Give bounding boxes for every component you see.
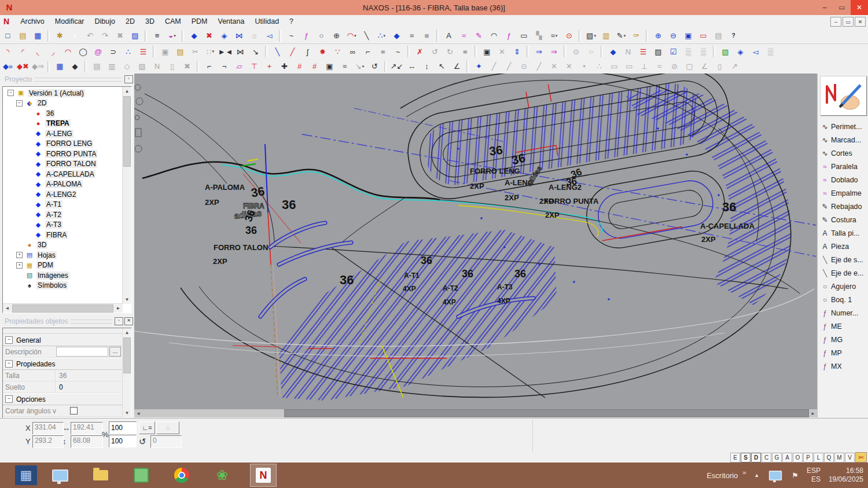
scrollbar-thumb[interactable] xyxy=(12,304,113,313)
tree-expander-icon[interactable]: − xyxy=(8,90,14,96)
snap-node-icon[interactable]: ╱ xyxy=(532,60,546,73)
fill-region-icon[interactable]: ■ xyxy=(420,30,434,42)
dropdown-arrow-icon[interactable]: ▾ xyxy=(624,34,626,38)
arc-line-icon[interactable]: ◠ xyxy=(61,45,75,58)
computer-icon[interactable] xyxy=(47,464,73,486)
arrow-menu-icon[interactable]: ↘▾ xyxy=(352,60,367,73)
layer-letter-l[interactable]: L xyxy=(814,453,823,463)
snap-point-icon[interactable]: • xyxy=(577,60,591,73)
tree-horizontal-scrollbar[interactable]: ◄ ► xyxy=(3,303,123,313)
arc-end-icon[interactable]: ◝ xyxy=(1,45,15,58)
tree-node-im-genes[interactable]: ▧Imágenes xyxy=(4,270,122,281)
tree-vertical-scrollbar[interactable]: ▲ ▼ xyxy=(122,87,131,304)
show-hidden-icons-button[interactable]: ▲ xyxy=(754,472,759,478)
line-tool-icon[interactable]: ╲ xyxy=(359,30,374,42)
scrollbar-thumb[interactable] xyxy=(123,337,131,373)
snap-mid-icon[interactable]: ╱ xyxy=(502,60,516,73)
snap-cross-icon[interactable]: ✕ xyxy=(547,60,561,73)
redo-curve-icon[interactable]: ↻ xyxy=(443,45,457,58)
menu-item-pdm[interactable]: PDM xyxy=(186,16,213,27)
dropdown-arrow-icon[interactable]: ▾ xyxy=(594,34,596,38)
tool-paralela[interactable]: ≈Paralela xyxy=(818,160,868,173)
zoom-page-icon[interactable]: ▣ xyxy=(681,30,696,42)
piece-create-icon[interactable]: ◆ xyxy=(389,30,404,42)
open-folder-icon[interactable]: ▤ xyxy=(16,30,30,42)
scroll-up-icon[interactable]: ▲ xyxy=(123,87,131,96)
layer-letter-c[interactable]: C xyxy=(762,453,771,463)
scroll-right-icon[interactable]: ► xyxy=(809,409,817,417)
descripcion-input[interactable] xyxy=(56,347,108,357)
axis-blue-icon[interactable]: ╲ xyxy=(270,45,285,58)
grading-plus-icon[interactable]: ☰ xyxy=(636,45,650,58)
layer-letter-v[interactable]: V xyxy=(845,453,855,463)
notch-double2-icon[interactable]: # xyxy=(307,60,322,73)
tool-mx[interactable]: ƒMX xyxy=(818,359,868,373)
node-drop-icon[interactable]: ◆ xyxy=(68,60,82,73)
wave-nodes-icon[interactable]: ≈ xyxy=(458,45,472,58)
tool-eje-de-s[interactable]: ╲Eje de s... xyxy=(818,253,868,266)
scale-x-input[interactable] xyxy=(109,421,137,434)
nodes-move-icon[interactable]: ∵ xyxy=(330,45,345,58)
layers-icon[interactable]: ≡ xyxy=(150,30,164,42)
undo-icon[interactable]: ↶ xyxy=(83,30,97,42)
tree-node-pdm[interactable]: +▦PDM xyxy=(4,260,122,271)
canvas-horizontal-scrollbar[interactable]: ◄ ► xyxy=(134,409,817,417)
tree-node-forro-punta[interactable]: ◆FORRO PUNTA xyxy=(4,149,122,159)
piece-edit-icon[interactable]: ◈ xyxy=(217,30,231,42)
wave-smooth-icon[interactable]: ≈ xyxy=(376,45,390,58)
hand-pen-icon[interactable]: ✑ xyxy=(629,30,643,42)
calculator-icon[interactable]: ▦ xyxy=(53,60,67,73)
naxos-pen-logo-button[interactable] xyxy=(821,76,867,116)
trim-line-icon[interactable]: ↘ xyxy=(248,45,263,58)
browse-button[interactable]: ... xyxy=(109,347,121,357)
section-opciones[interactable]: − Opciones xyxy=(3,393,131,405)
cut-icon[interactable]: ✂ xyxy=(188,45,203,58)
arc-start-icon[interactable]: ◜ xyxy=(16,45,30,58)
copy-icon[interactable]: ▣ xyxy=(158,45,172,58)
snap-jump-icon[interactable]: ↗ xyxy=(727,60,742,73)
print-icon[interactable]: ▤ xyxy=(711,30,726,42)
curve-tool-icon[interactable]: ~ xyxy=(284,30,299,42)
corner-tool2-icon[interactable]: ¬ xyxy=(217,60,231,73)
properties-window-icon[interactable]: ▨ xyxy=(128,30,142,42)
tool-cortes[interactable]: ∿Cortes xyxy=(818,146,868,160)
digitizer-icon[interactable]: ◅ xyxy=(262,30,277,42)
magnify-b-icon[interactable]: ○ xyxy=(584,45,598,58)
layer-letter-o[interactable]: O xyxy=(793,453,803,463)
snap-points-icon[interactable]: ∴ xyxy=(592,60,606,73)
corner-tool1-icon[interactable]: ⌐ xyxy=(202,60,216,73)
corner-arc-icon[interactable]: ◠ xyxy=(487,30,501,42)
drawing-canvas[interactable]: 3636FORRO LENG2XPA-LENGadidas3636A-LENG2… xyxy=(134,74,817,417)
join-curves-icon[interactable]: ∞ xyxy=(345,45,360,58)
menu-item-cam[interactable]: CAM xyxy=(160,16,186,27)
pencil-tool-icon[interactable]: ✎ xyxy=(472,30,486,42)
table-rows-icon[interactable]: ▤ xyxy=(90,60,104,73)
snap-cross2-icon[interactable]: ✕ xyxy=(562,60,576,73)
tree-node-a-t1[interactable]: ◆A-T1 xyxy=(4,200,122,210)
tool-rebajado[interactable]: ✎Rebajado xyxy=(818,200,868,213)
cross-add-icon[interactable]: + xyxy=(262,60,277,73)
checkbox-tool-icon[interactable]: ☑ xyxy=(666,45,681,58)
chrome-icon[interactable] xyxy=(169,464,194,486)
ellipse-tool-icon[interactable]: ◯ xyxy=(76,45,90,58)
tree-node-a-t3[interactable]: ◆A-T3 xyxy=(4,220,122,230)
rectangle-tool-icon[interactable]: ▭ xyxy=(517,30,531,42)
scroll-left-icon[interactable]: ◄ xyxy=(134,409,142,417)
scroll-down-icon[interactable]: ▼ xyxy=(123,409,131,417)
tree-node-fibra[interactable]: ◆FIBRA xyxy=(4,230,122,240)
dropdown-arrow-icon[interactable]: ▾ xyxy=(174,34,176,38)
tree-node-a-t2[interactable]: ◆A-T2 xyxy=(4,210,122,220)
tree-node-a-paloma[interactable]: ◆A-PALOMA xyxy=(4,179,122,190)
parallel-curve-icon[interactable]: ≈ xyxy=(457,30,471,42)
lastre-icon[interactable]: ⌂ xyxy=(247,30,262,42)
language-indicator[interactable]: ESP ES xyxy=(807,467,821,484)
dropdown-arrow-icon[interactable]: ▾ xyxy=(556,34,558,38)
sheet-book-icon[interactable]: ▥ xyxy=(599,30,613,42)
wave-simplify-icon[interactable]: ~ xyxy=(391,45,405,58)
snap-frame-icon[interactable]: ▯ xyxy=(712,60,727,73)
file-explorer-icon[interactable] xyxy=(88,464,113,486)
h-measure-icon[interactable]: ↔ xyxy=(404,60,419,73)
stamp-tool-icon[interactable]: ▚ xyxy=(532,30,546,42)
section-general[interactable]: − General xyxy=(3,334,131,346)
menu-item-archivo[interactable]: Archivo xyxy=(15,16,50,27)
